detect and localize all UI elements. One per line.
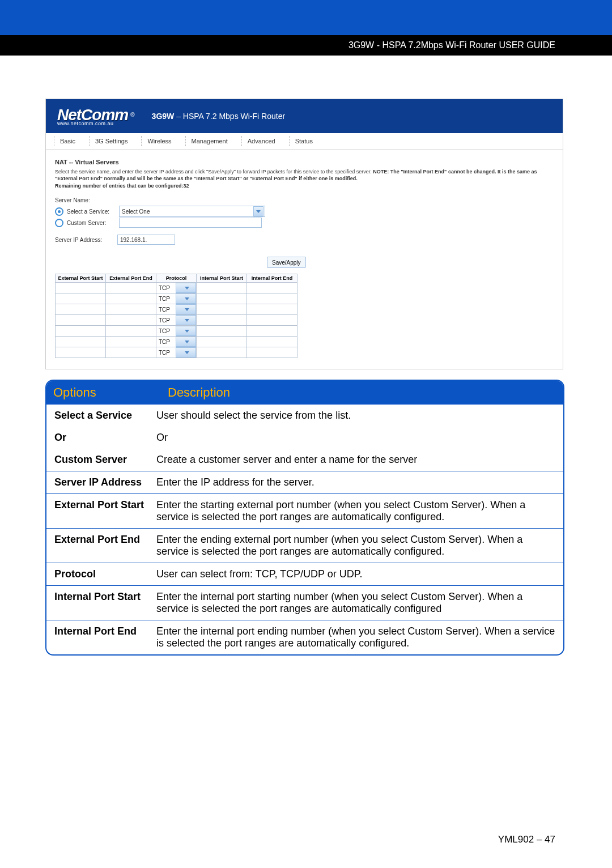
nav-item[interactable]: Status <box>289 136 326 146</box>
port-input[interactable] <box>56 337 105 346</box>
port-input[interactable] <box>247 348 297 357</box>
nav-item[interactable]: Basic <box>54 136 89 146</box>
remaining-label: Remaining number of entries that can be … <box>55 183 184 189</box>
options-row: Internal Port StartEnter the internal po… <box>46 585 563 620</box>
option-description: Enter the ending external port number (w… <box>154 529 563 563</box>
nav-item[interactable]: Wireless <box>141 136 185 146</box>
option-name: Protocol <box>46 563 154 585</box>
chevron-down-icon <box>176 326 196 336</box>
chevron-down-icon <box>176 304 196 314</box>
router-admin-screenshot: NetComm® www.netcomm.com.au 3G9W – HSPA … <box>45 99 563 369</box>
port-input[interactable] <box>106 305 156 314</box>
nav-item[interactable]: Management <box>185 136 241 146</box>
port-table-header: External Port End <box>106 274 156 283</box>
protocol-select[interactable]: TCP <box>156 337 196 347</box>
protocol-select[interactable]: TCP <box>156 347 196 358</box>
protocol-select[interactable]: TCP <box>156 304 196 314</box>
port-input[interactable] <box>106 326 156 335</box>
table-row: TCP <box>56 337 298 347</box>
port-input[interactable] <box>106 294 156 303</box>
table-row: TCP <box>56 293 298 304</box>
router-model: 3G9W <box>152 112 175 121</box>
custom-server-label: Custom Server: <box>67 220 116 226</box>
options-row: Custom ServerCreate a customer server an… <box>46 449 563 471</box>
protocol-select[interactable]: TCP <box>156 326 196 336</box>
custom-server-input[interactable] <box>119 218 262 228</box>
page-footer: YML902 – 47 <box>498 834 555 845</box>
port-input[interactable] <box>56 294 105 303</box>
select-service-label: Select a Service: <box>67 209 116 215</box>
chevron-down-icon <box>176 293 196 304</box>
option-description: Enter the starting external port number … <box>154 494 563 528</box>
document-top-strip <box>0 0 612 35</box>
options-row: Internal Port EndEnter the internal port… <box>46 620 563 654</box>
port-table-header: Protocol <box>156 274 197 283</box>
brand-url: www.netcomm.com.au <box>57 121 135 126</box>
port-input[interactable] <box>197 316 246 325</box>
table-row: TCP <box>56 304 298 315</box>
port-input[interactable] <box>106 316 156 325</box>
option-description: Enter the internal port ending number (w… <box>154 620 563 654</box>
option-name: External Port End <box>46 529 154 563</box>
option-description: Create a customer server and enter a nam… <box>154 449 563 471</box>
port-input[interactable] <box>247 326 297 335</box>
option-name: Select a Service <box>46 405 154 427</box>
option-description: Enter the IP address for the server. <box>154 471 563 493</box>
chevron-down-icon <box>253 206 264 216</box>
port-input[interactable] <box>56 316 105 325</box>
router-title: 3G9W – HSPA 7.2 Mbps Wi-Fi Router <box>152 112 286 121</box>
port-table-header: Internal Port Start <box>197 274 247 283</box>
options-row: External Port EndEnter the ending extern… <box>46 528 563 563</box>
select-service-value: Select One <box>122 209 150 215</box>
instruction-text: Select the service name, and enter the s… <box>55 169 554 182</box>
port-input[interactable] <box>247 337 297 346</box>
chevron-down-icon <box>176 315 196 325</box>
options-description-table: Options Description Select a ServiceUser… <box>45 380 564 656</box>
select-service-radio[interactable] <box>55 207 63 216</box>
port-input[interactable] <box>197 337 246 346</box>
port-input[interactable] <box>197 305 246 314</box>
port-input[interactable] <box>247 316 297 325</box>
router-header: NetComm® www.netcomm.com.au 3G9W – HSPA … <box>46 99 563 133</box>
port-input[interactable] <box>247 283 297 292</box>
port-input[interactable] <box>56 305 105 314</box>
port-input[interactable] <box>197 294 246 303</box>
options-header-cell: Options <box>46 381 161 405</box>
option-description: User can select from: TCP, TCP/UDP or UD… <box>154 563 563 585</box>
port-input[interactable] <box>106 348 156 357</box>
port-input[interactable] <box>106 337 156 346</box>
server-ip-input[interactable]: 192.168.1. <box>117 235 175 245</box>
description-header-cell: Description <box>161 381 563 405</box>
trademark-icon: ® <box>130 112 134 118</box>
port-input[interactable] <box>247 294 297 303</box>
port-input[interactable] <box>197 348 246 357</box>
options-row: OrOr <box>46 427 563 449</box>
option-name: Internal Port Start <box>46 586 154 620</box>
port-input[interactable] <box>106 283 156 292</box>
chevron-down-icon <box>176 283 196 293</box>
table-row: TCP <box>56 326 298 337</box>
port-table-header: Internal Port End <box>247 274 298 283</box>
server-ip-label: Server IP Address: <box>55 237 114 243</box>
desc-line-1: Select the service name, and enter the s… <box>55 169 373 175</box>
protocol-select[interactable]: TCP <box>156 315 196 325</box>
select-service-dropdown[interactable]: Select One <box>119 206 265 217</box>
protocol-select[interactable]: TCP <box>156 293 196 304</box>
option-name: Custom Server <box>46 449 154 471</box>
port-input[interactable] <box>247 305 297 314</box>
port-input[interactable] <box>56 283 105 292</box>
option-description: Or <box>154 427 563 449</box>
port-input[interactable] <box>197 283 246 292</box>
nav-item[interactable]: Advanced <box>241 136 289 146</box>
save-apply-button[interactable]: Save/Apply <box>267 257 306 268</box>
port-input[interactable] <box>197 326 246 335</box>
remaining-value: 32 <box>184 183 189 189</box>
remaining-line: Remaining number of entries that can be … <box>55 183 554 190</box>
port-input[interactable] <box>56 326 105 335</box>
options-row: ProtocolUser can select from: TCP, TCP/U… <box>46 563 563 585</box>
protocol-select[interactable]: TCP <box>156 283 196 293</box>
custom-server-radio[interactable] <box>55 219 63 227</box>
nav-item[interactable]: 3G Settings <box>89 136 141 146</box>
port-input[interactable] <box>56 348 105 357</box>
page-title: NAT -- Virtual Servers <box>55 159 563 165</box>
